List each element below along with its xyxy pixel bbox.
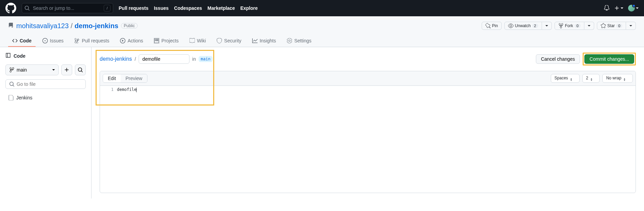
wrap-mode-select[interactable]: No wrap▲▼ [602, 74, 633, 83]
nav-issues[interactable]: Issues [154, 5, 169, 11]
cancel-button[interactable]: Cancel changes [536, 54, 580, 64]
editor-toolbar: Edit Preview Spaces▲▼ 2▲▼ No wrap▲▼ [100, 71, 636, 86]
code-line[interactable]: demofile [117, 86, 636, 94]
commit-button[interactable]: Commit changes... [584, 54, 634, 64]
tab-code[interactable]: Code [8, 35, 36, 47]
watch-button-group: Unwatch 2 [504, 22, 552, 30]
repo-icon [8, 23, 14, 29]
tab-insights[interactable]: Insights [248, 35, 280, 47]
branch-selector[interactable]: main [5, 64, 59, 75]
highlight-annotation-2: Commit changes... [583, 53, 636, 65]
tab-actions[interactable]: Actions [116, 35, 147, 47]
edit-tab[interactable]: Edit [103, 74, 121, 82]
repo-header: mohitsavaliya123 / demo-jenkins Public P… [0, 16, 644, 47]
breadcrumb-sep: / [135, 56, 136, 62]
file-filter[interactable] [5, 79, 86, 89]
sidebar-title: Code [14, 53, 25, 59]
watch-button[interactable]: Unwatch 2 [504, 22, 542, 30]
search-slash-hint: / [104, 5, 110, 12]
sidebar-toggle-icon[interactable] [5, 53, 11, 59]
repo-name-link[interactable]: demo-jenkins [75, 22, 118, 30]
nav-explore[interactable]: Explore [240, 5, 258, 11]
filename-input[interactable] [139, 54, 189, 64]
text-cursor [136, 88, 137, 92]
indent-size-select[interactable]: 2▲▼ [582, 74, 600, 83]
watch-menu[interactable] [542, 22, 552, 30]
fork-menu[interactable] [584, 22, 594, 30]
tab-issues[interactable]: Issues [38, 35, 67, 47]
file-filter-input[interactable] [17, 81, 82, 87]
repo-tabs: Code Issues Pull requests Actions Projec… [8, 35, 636, 47]
in-label: in [192, 56, 196, 62]
tab-settings[interactable]: Settings [283, 35, 316, 47]
repo-owner-link[interactable]: mohitsavaliya123 [16, 22, 69, 30]
header-nav: Pull requests Issues Codespaces Marketpl… [119, 5, 258, 11]
line-number: 1 [100, 86, 117, 94]
branch-tag: main [199, 56, 213, 62]
global-header: / Pull requests Issues Codespaces Market… [0, 0, 644, 16]
indent-mode-select[interactable]: Spaces▲▼ [551, 74, 580, 83]
notifications-icon[interactable] [604, 5, 609, 12]
file-item[interactable]: Jenkins [5, 93, 86, 102]
search-input[interactable] [22, 3, 113, 13]
nav-codespaces[interactable]: Codespaces [174, 5, 202, 11]
star-menu[interactable] [626, 22, 636, 30]
preview-tab[interactable]: Preview [121, 74, 147, 82]
tab-security[interactable]: Security [213, 35, 245, 47]
header-right [604, 5, 639, 12]
path-sep: / [71, 22, 73, 30]
search-icon [24, 5, 30, 12]
search-files-button[interactable] [75, 64, 86, 75]
breadcrumb-repo[interactable]: demo-jenkins [100, 56, 132, 62]
tab-pulls[interactable]: Pull requests [70, 35, 113, 47]
code-editor[interactable]: 1 demofile [100, 86, 636, 94]
user-menu[interactable] [628, 5, 639, 12]
star-button[interactable]: Star 0 [597, 22, 626, 30]
add-file-button[interactable] [61, 64, 72, 75]
tab-wiki[interactable]: Wiki [185, 35, 210, 47]
create-new-menu[interactable] [614, 5, 623, 11]
tab-projects[interactable]: Projects [150, 35, 183, 47]
file-breadcrumb-row: demo-jenkins / in main Cancel changes Co… [100, 53, 636, 65]
github-logo[interactable] [5, 3, 16, 14]
content-main: demo-jenkins / in main Cancel changes Co… [92, 47, 644, 198]
nav-marketplace[interactable]: Marketplace [207, 5, 235, 11]
editor-panel: Edit Preview Spaces▲▼ 2▲▼ No wrap▲▼ 1 de… [100, 71, 636, 193]
star-button-group: Star 0 [597, 22, 636, 30]
fork-button-group: Fork 0 [555, 22, 594, 30]
visibility-badge: Public [121, 23, 138, 28]
fork-button[interactable]: Fork 0 [555, 22, 584, 30]
global-search: / [22, 3, 113, 13]
user-avatar [628, 5, 635, 12]
nav-pulls[interactable]: Pull requests [119, 5, 148, 11]
file-tree-sidebar: Code main Jenkins [0, 47, 92, 198]
pin-button[interactable]: Pin [482, 22, 502, 30]
